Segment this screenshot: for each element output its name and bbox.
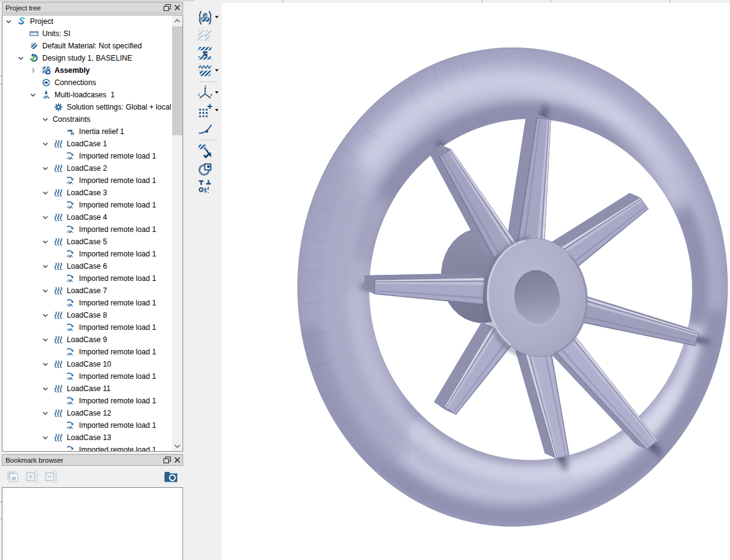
tree-scrollbar-thumb[interactable] bbox=[172, 26, 182, 135]
tree-item[interactable]: Imported remote load 1 bbox=[2, 174, 182, 187]
close-panel-icon[interactable] bbox=[172, 455, 182, 465]
tree-item[interactable]: LoadCase 3 bbox=[2, 187, 182, 199]
tree-expander-icon[interactable] bbox=[39, 261, 51, 271]
tree-item[interactable]: LoadCase 12 bbox=[2, 407, 182, 419]
tree-expander-icon[interactable] bbox=[27, 90, 39, 100]
tree-item[interactable]: Imported remote load 1 bbox=[2, 223, 182, 236]
tree-item-label[interactable]: Default Material: Not specified bbox=[42, 42, 142, 50]
close-panel-icon[interactable] bbox=[172, 3, 182, 12]
dropdown-arrow-icon[interactable] bbox=[215, 109, 219, 111]
tree-item[interactable]: LoadCase 13 bbox=[2, 431, 182, 444]
tree-expander-icon[interactable] bbox=[51, 396, 64, 406]
tree-item-label[interactable]: Imported remote load 1 bbox=[79, 225, 156, 234]
tree-expander-icon[interactable] bbox=[39, 212, 51, 222]
tree-item[interactable]: Imported remote load 1 bbox=[2, 370, 182, 383]
tree-item-label[interactable]: Units: SI bbox=[42, 29, 70, 38]
tree-expander-icon[interactable] bbox=[51, 151, 64, 161]
save-bookmark-button[interactable] bbox=[5, 469, 21, 485]
tree-item[interactable]: LoadCase 6 bbox=[2, 260, 182, 272]
tree-item-label[interactable]: Imported remote load 1 bbox=[79, 323, 156, 332]
tree-item[interactable]: Multi-loadcases 1 bbox=[2, 89, 182, 101]
tree-item[interactable]: Imported remote load 1 bbox=[2, 297, 182, 309]
tree-expander-icon[interactable] bbox=[51, 274, 64, 283]
tree-item-label[interactable]: Connections bbox=[55, 78, 96, 87]
tree-expander-icon[interactable] bbox=[15, 29, 27, 39]
tree-item[interactable]: Imported remote load 1 bbox=[2, 395, 182, 407]
tree-item-label[interactable]: Imported remote load 1 bbox=[79, 299, 156, 307]
dropdown-arrow-icon[interactable] bbox=[215, 91, 219, 94]
tree-expander-icon[interactable] bbox=[51, 249, 64, 259]
collapse-all-button[interactable] bbox=[43, 469, 59, 485]
tree-item-label[interactable]: Imported remote load 1 bbox=[79, 421, 156, 430]
tree-item[interactable]: LoadCase 8 bbox=[2, 309, 182, 321]
tree-expander-icon[interactable] bbox=[2, 17, 15, 26]
tree-expander-icon[interactable] bbox=[51, 323, 64, 332]
coordinate-system-button[interactable] bbox=[195, 84, 223, 102]
tree-item[interactable]: Project bbox=[2, 15, 182, 28]
tree-item-label[interactable]: Imported remote load 1 bbox=[79, 348, 156, 356]
tree-item-label[interactable]: Imported remote load 1 bbox=[79, 201, 156, 209]
tree-item[interactable]: Imported remote load 1 bbox=[2, 199, 182, 211]
float-panel-icon[interactable] bbox=[162, 3, 172, 12]
region-button[interactable] bbox=[195, 160, 223, 177]
tree-expander-icon[interactable] bbox=[51, 298, 64, 308]
tree-expander-icon[interactable] bbox=[39, 102, 51, 112]
elastic-support-button[interactable] bbox=[195, 62, 223, 80]
tree-expander-icon[interactable] bbox=[27, 65, 39, 75]
tree-item-label[interactable]: Design study 1, BASELINE bbox=[42, 54, 132, 62]
tree-scrollbar[interactable] bbox=[172, 15, 182, 451]
tree-expander-icon[interactable] bbox=[51, 445, 64, 452]
tree-item-label[interactable]: Imported remote load 1 bbox=[79, 274, 156, 283]
tree-item-label[interactable]: Solution settings: Global + local bbox=[67, 103, 171, 111]
glue-connection-button[interactable] bbox=[195, 26, 223, 44]
tree-expander-icon[interactable] bbox=[51, 225, 64, 234]
tree-expander-icon[interactable] bbox=[39, 335, 51, 345]
tree-item[interactable]: Units: SI bbox=[2, 28, 182, 40]
snapshot-button[interactable] bbox=[163, 469, 179, 485]
bolt-pretension-button[interactable] bbox=[195, 177, 223, 195]
tree-item-label[interactable]: Imported remote load 1 bbox=[79, 446, 156, 452]
tree-expander-icon[interactable] bbox=[51, 347, 64, 357]
tree-item[interactable]: LoadCase 9 bbox=[2, 334, 182, 346]
create-set-button[interactable] bbox=[195, 9, 223, 26]
tree-expander-icon[interactable] bbox=[39, 433, 51, 442]
contact-connection-button[interactable] bbox=[195, 44, 223, 62]
float-panel-icon[interactable] bbox=[162, 455, 172, 465]
tree-expander-icon[interactable] bbox=[39, 408, 51, 418]
tree-item-label[interactable]: Assembly bbox=[55, 66, 90, 75]
tree-expander-icon[interactable] bbox=[51, 200, 64, 210]
tree-item-label[interactable]: Project bbox=[30, 17, 53, 26]
tree-item[interactable]: LoadCase 5 bbox=[2, 236, 182, 248]
tree-item-label[interactable]: Inertia relief 1 bbox=[79, 127, 124, 136]
tree-expander-icon[interactable] bbox=[39, 139, 51, 149]
tree-expander-icon[interactable] bbox=[39, 286, 51, 296]
tree-item[interactable]: LoadCase 11 bbox=[2, 383, 182, 395]
tree-item[interactable]: Imported remote load 1 bbox=[2, 248, 182, 260]
tree-expander-icon[interactable] bbox=[39, 237, 51, 247]
tree-item-label[interactable]: Imported remote load 1 bbox=[79, 176, 156, 185]
curve-button[interactable] bbox=[195, 119, 223, 137]
tree-expander-icon[interactable] bbox=[51, 420, 64, 430]
tree-item[interactable]: Imported remote load 1 bbox=[2, 419, 182, 431]
tree-item-label[interactable]: Imported remote load 1 bbox=[79, 397, 156, 405]
tree-expander-icon[interactable] bbox=[15, 41, 27, 51]
tree-item[interactable]: Imported remote load 1 bbox=[2, 444, 182, 452]
expand-all-button[interactable] bbox=[24, 469, 40, 485]
tree-item[interactable]: LoadCase 7 bbox=[2, 285, 182, 297]
tree-item-label[interactable]: Imported remote load 1 bbox=[79, 152, 156, 160]
tree-expander-icon[interactable] bbox=[39, 114, 51, 124]
tree-expander-icon[interactable] bbox=[51, 127, 64, 136]
tree-item[interactable]: Connections bbox=[2, 77, 182, 89]
graphics-viewport[interactable] bbox=[222, 3, 730, 560]
tree-expander-icon[interactable] bbox=[15, 53, 27, 63]
tree-expander-icon[interactable] bbox=[39, 188, 51, 198]
tree-item[interactable]: Imported remote load 1 bbox=[2, 150, 182, 162]
apply-load-button[interactable] bbox=[195, 142, 223, 160]
tree-item[interactable]: Imported remote load 1 bbox=[2, 321, 182, 334]
tree-item-label[interactable]: Multi-loadcases 1 bbox=[55, 91, 115, 99]
tree-item[interactable]: Imported remote load 1 bbox=[2, 346, 182, 358]
tree-expander-icon[interactable] bbox=[39, 384, 51, 394]
tree-expander-icon[interactable] bbox=[39, 359, 51, 369]
tree-item[interactable]: LoadCase 10 bbox=[2, 358, 182, 370]
tree-expander-icon[interactable] bbox=[27, 78, 39, 88]
